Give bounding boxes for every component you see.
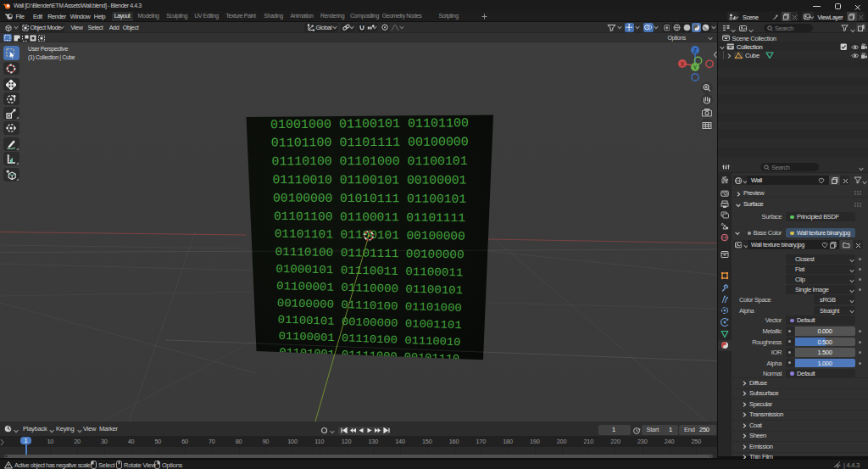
- svg-text:01001000 01100101 01101100: 01001000 01100101 01101100: [270, 116, 469, 132]
- svg-text:01101100 01100011 01101111: 01101100 01100011 01101111: [274, 209, 465, 225]
- svg-text:01110100 01101000 01100101: 01110100 01101000 01100101: [272, 154, 468, 168]
- svg-text:Z: Z: [693, 47, 697, 53]
- svg-text:Y: Y: [693, 64, 698, 70]
- svg-text:01101101 01100101 00100000: 01101101 01100101 00100000: [275, 227, 465, 243]
- svg-text:01101100 01101111 00100000: 01101100 01101111 00100000: [271, 135, 469, 149]
- svg-text:01110010 01100101 00100001: 01110010 01100101 00100001: [272, 173, 466, 187]
- svg-text:X: X: [681, 61, 685, 67]
- svg-text:00100000 01010111 01100101: 00100000 01010111 01100101: [273, 191, 466, 205]
